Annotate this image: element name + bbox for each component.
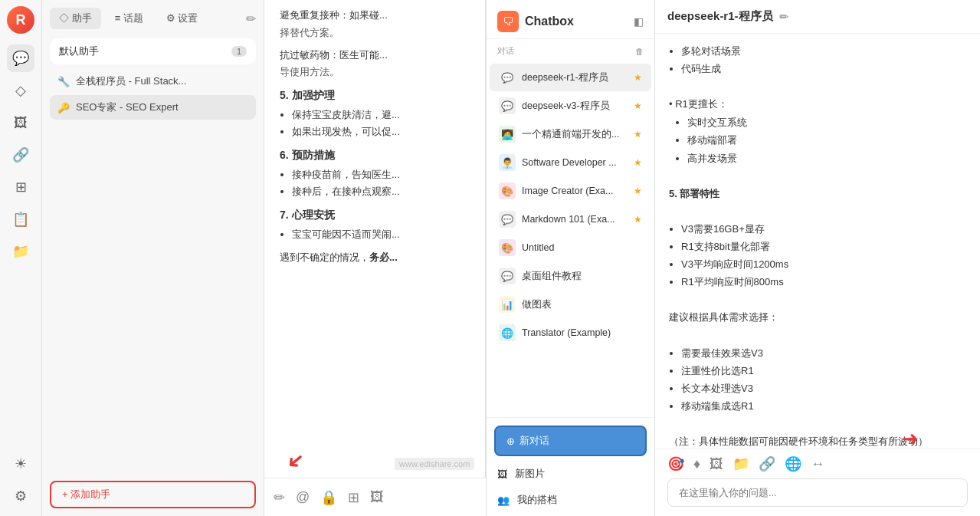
toolbar-lock-icon[interactable]: 🔒 [320,489,337,506]
star-software-dev: ★ [634,157,642,168]
right-input-field[interactable] [667,478,968,507]
convo-label-v3: deepseek-v3-程序员 [522,100,610,113]
toolbar-grid-icon[interactable]: ⊞ [348,489,359,506]
toolbar-chain-icon[interactable]: 🔗 [759,455,775,472]
right-title-edit-icon[interactable]: ✏ [779,11,788,23]
tab-topics[interactable]: ≡ 话题 [106,8,152,29]
convo-item-deepseek-r1[interactable]: 💬 deepseek-r1-程序员 ★ [490,64,651,91]
right-panel: deepseek-r1-程序员 ✏ 多轮对话场景 代码生成 • R1更擅长： 实… [655,0,980,516]
right-toolbar: 🎯 ♦ 🖼 📁 🔗 🌐 ↔ [655,449,980,478]
tab-settings[interactable]: ⚙ 设置 [157,8,208,29]
convo-item-frontend[interactable]: 🧑‍💻 一个精通前端开发的... ★ [490,120,651,148]
toolbar-diamond-icon[interactable]: ♦ [693,456,700,472]
notice: 遇到不确定的情况，务必... [280,250,470,266]
content-r1-heading: • R1更擅长： [669,96,966,113]
convo-icon-image-creator: 🎨 [499,182,516,199]
star-r1: ★ [634,72,642,83]
chatbox-collapse-icon[interactable]: ◧ [634,15,644,28]
partner-icon: 👥 [497,495,510,506]
allergy-content: 导使用方法。 [280,64,470,81]
plus-icon: ⊕ [506,435,515,447]
sidebar-icon-sun[interactable]: ☀ [7,450,34,478]
section5-list: 保持宝宝皮肤清洁，避... 如果出现发热，可以促... [280,107,470,141]
section5-item2: 如果出现发热，可以促... [292,124,470,140]
toolbar-at-icon[interactable]: @ [296,489,310,505]
arrow-right-annotation: ➜ [902,427,919,451]
new-image-label: 新图片 [515,467,545,481]
section7-list: 宝宝可能因不适而哭闹... [280,227,470,243]
assistant-label-seo: SEO专家 - SEO Expert [76,100,179,114]
content-highconcurrency: 高并发场景 [687,150,966,167]
content-realtime: 实时交互系统 [687,114,966,131]
default-assistant[interactable]: 默认助手 1 [50,38,256,64]
convo-icon-desktop: 💬 [499,268,516,284]
convo-item-image-creator[interactable]: 🎨 Image Creator (Exa... ★ [490,177,651,205]
convo-item-chart[interactable]: 📊 做图表 [490,291,651,318]
convo-label-chart: 做图表 [522,298,552,311]
edit-icon[interactable]: ✏ [246,12,256,26]
watermark: www.edishare.com [395,458,474,470]
tab-assistant[interactable]: ◇ 助手 [50,8,101,29]
toolbar-edit-icon[interactable]: ✏ [274,489,285,506]
convo-item-markdown[interactable]: 💬 Markdown 101 (Exa... ★ [490,205,651,233]
convo-label-markdown: Markdown 101 (Exa... [522,214,615,225]
top-tabs: ◇ 助手 ≡ 话题 ⚙ 设置 ✏ [42,0,264,34]
star-image-creator: ★ [634,186,642,196]
convo-item-software-dev[interactable]: 👨‍💼 Software Developer ... ★ [490,149,651,176]
convo-item-translator[interactable]: 🌐 Translator (Example) [490,319,651,347]
toolbar-folder-icon[interactable]: 📁 [733,455,749,472]
convo-label-untitled: Untitled [522,242,554,253]
assistant-label-fullstack: 全栈程序员 - Full Stack... [76,74,186,88]
chatbox-panel: 🗨 Chatbox ◧ 对话 🗑 💬 deepseek-r1-程序员 ★ 💬 d… [487,0,655,516]
new-image-icon: 🖼 [497,468,507,480]
assistant-icon-fullstack: 🔧 [57,76,70,87]
assistant-item-fullstack[interactable]: 🔧 全栈程序员 - Full Stack... [50,69,256,94]
toolbar-target-icon[interactable]: 🎯 [667,455,684,472]
convo-item-untitled[interactable]: 🎨 Untitled [490,234,651,261]
bottom-toolbar: ✏ @ 🔒 ⊞ 🖼 [264,478,486,516]
convo-icon-r1: 💬 [499,69,516,86]
sidebar-icon-link[interactable]: 🔗 [7,141,34,169]
section5-deploy: 5. 部署特性 [669,186,966,202]
left-sidebar: R 💬 ◇ 🖼 🔗 ⊞ 📋 📁 ☀ ⚙ [0,0,42,516]
new-image-item[interactable]: 🖼 新图片 [487,461,654,487]
convo-icon-translator: 🌐 [499,324,516,341]
new-convo-label: 新对话 [519,434,549,448]
section7-item1: 宝宝可能因不适而哭闹... [292,227,470,243]
sidebar-icon-settings[interactable]: ⚙ [7,482,34,510]
convo-icon-untitled: 🎨 [499,239,516,256]
convo-label-translator: Translator (Example) [522,327,611,338]
note: （注：具体性能数据可能因硬件环境和任务类型有所波动） [669,433,966,449]
delete-icon[interactable]: 🗑 [635,47,644,56]
toolbar-picture-icon[interactable]: 🖼 [710,456,723,472]
rec-long: 长文本处理选V3 [681,380,966,397]
allergy-heading: 抗过敏药物：医生可能... [280,48,470,64]
avatar[interactable]: R [7,6,34,34]
avoid-repeat-heading: 避免重复接种：如果碰... [280,8,470,24]
right-title: deepseek-r1-程序员 [667,9,773,24]
new-conversation-button[interactable]: ⊕ 新对话 [494,426,647,456]
v3-latency: V3平均响应时间1200ms [681,256,966,273]
add-assistant-button[interactable]: + 添加助手 [50,481,256,508]
right-input-area [655,478,980,516]
sidebar-icon-diamond[interactable]: ◇ [7,77,34,104]
sidebar-icon-folder[interactable]: 📁 [7,238,34,265]
assistant-item-seo[interactable]: 🔑 SEO专家 - SEO Expert [50,95,256,120]
toolbar-exchange-icon[interactable]: ↔ [811,456,824,472]
convo-icon-markdown: 💬 [499,211,516,228]
sidebar-icon-image[interactable]: 🖼 [7,109,34,136]
toolbar-globe-icon[interactable]: 🌐 [785,455,801,472]
toolbar-image-icon[interactable]: 🖼 [370,489,384,505]
sidebar-icon-list[interactable]: 📋 [7,205,34,233]
center-content: 避免重复接种：如果碰... 择替代方案。 抗过敏药物：医生可能... 导使用方法… [264,0,486,478]
chatbox-header: 🗨 Chatbox ◧ [487,0,654,39]
right-header: deepseek-r1-程序员 ✏ [655,0,980,34]
right-content: 多轮对话场景 代码生成 • R1更擅长： 实时交互系统 移动端部署 高并发场景 … [655,34,980,449]
convo-item-deepseek-v3[interactable]: 💬 deepseek-v3-程序员 ★ [490,92,651,120]
my-partner-item[interactable]: 👥 我的搭档 [487,487,654,513]
sidebar-icon-chat[interactable]: 💬 [7,44,34,72]
convo-label-r1: deepseek-r1-程序员 [522,71,608,84]
sidebar-icon-grid[interactable]: ⊞ [7,173,34,201]
partner-label: 我的搭档 [517,493,557,507]
convo-item-desktop[interactable]: 💬 桌面组件教程 [490,262,651,290]
